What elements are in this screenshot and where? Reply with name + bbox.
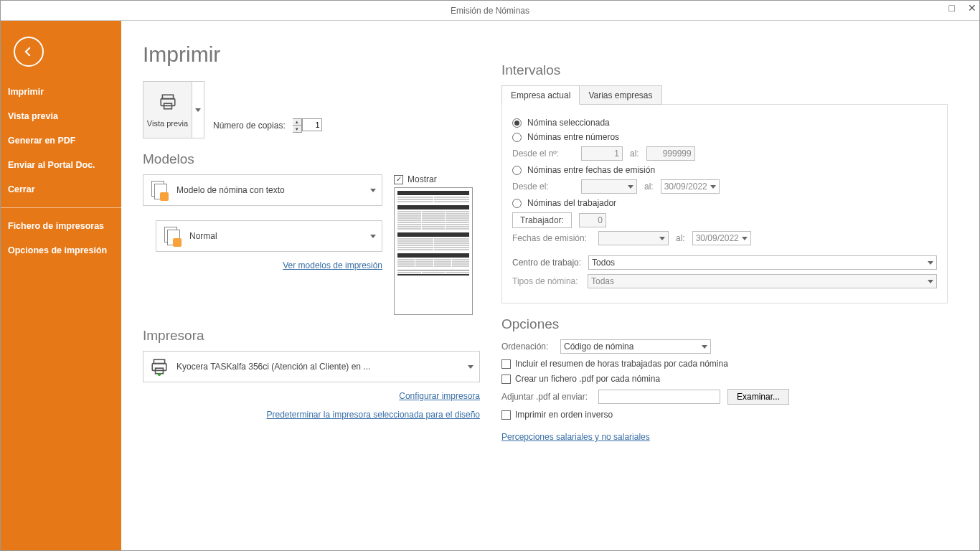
chk-pdf[interactable] xyxy=(501,375,511,384)
svg-point-6 xyxy=(158,373,161,376)
spin-down-icon[interactable]: ▼ xyxy=(293,126,301,132)
num-copias-input[interactable] xyxy=(302,118,322,131)
printer-dropdown[interactable]: Kyocera TASKalfa 356ci (Atención al Clie… xyxy=(143,351,480,382)
mostrar-checkbox[interactable] xyxy=(394,175,403,184)
chevron-down-icon xyxy=(370,235,376,238)
trabajador-button[interactable]: Trabajador: xyxy=(512,212,572,228)
hasta-n-input[interactable] xyxy=(646,146,695,161)
chevron-down-icon xyxy=(742,237,748,240)
back-button[interactable] xyxy=(14,37,44,67)
ordenacion-dropdown[interactable]: Código de nómina xyxy=(560,339,711,354)
nav-opciones-impresion[interactable]: Opciones de impresión xyxy=(1,238,121,263)
chk-inverso[interactable] xyxy=(501,410,511,420)
chk-resumen[interactable] xyxy=(501,359,511,369)
section-modelos: Modelos xyxy=(143,151,480,167)
radio-num-label: Nóminas entre números xyxy=(527,132,619,142)
fecha-emision-hasta-dropdown[interactable]: 30/09/2022 xyxy=(692,231,751,245)
vista-previa-button[interactable]: Vista previa xyxy=(143,82,192,138)
desde-n-input[interactable] xyxy=(581,146,623,161)
document-icon xyxy=(162,226,182,246)
preview-thumbnail xyxy=(394,187,473,315)
radio-fechas-label: Nóminas entre fechas de emisión xyxy=(527,165,655,175)
radio-entre-numeros[interactable] xyxy=(512,133,522,142)
tab-varias-empresas[interactable]: Varias empresas xyxy=(580,85,661,105)
chevron-down-icon xyxy=(702,345,707,349)
predeterminar-link[interactable]: Predeterminar la impresora seleccionada … xyxy=(143,410,480,420)
printer-value: Kyocera TASKalfa 356ci (Atención al Clie… xyxy=(176,362,473,372)
centro-label: Centro de trabajo: xyxy=(512,258,581,268)
nav-generar-pdf[interactable]: Generar en PDF xyxy=(1,128,121,153)
vista-previa-label: Vista previa xyxy=(147,119,188,128)
nav-vista-previa[interactable]: Vista previa xyxy=(1,104,121,128)
document-icon xyxy=(149,180,169,200)
trabajador-input[interactable] xyxy=(579,213,606,227)
nav-separator xyxy=(1,207,121,208)
chevron-down-icon xyxy=(710,185,716,189)
section-intervalos: Intervalos xyxy=(501,62,948,78)
nav-enviar-portal[interactable]: Enviar al Portal Doc. xyxy=(1,153,121,177)
chevron-down-icon xyxy=(928,280,933,283)
al-label: al: xyxy=(630,149,639,159)
chk-pdf-label: Crear un fichero .pdf por cada nómina xyxy=(515,374,660,384)
tipos-nomina-dropdown[interactable]: Todas xyxy=(588,274,937,288)
configurar-impresora-link[interactable]: Configurar impresora xyxy=(143,391,480,401)
tab-empresa-actual[interactable]: Empresa actual xyxy=(501,85,580,105)
nav-cerrar[interactable]: Cerrar xyxy=(1,177,121,202)
submodelo-dropdown[interactable]: Normal xyxy=(156,220,382,252)
ver-modelos-link[interactable]: Ver modelos de impresión xyxy=(143,260,382,270)
radio-entre-fechas[interactable] xyxy=(512,166,522,175)
al-label-2: al: xyxy=(644,182,654,192)
page-title: Imprimir xyxy=(143,42,480,67)
vista-previa-dropdown[interactable] xyxy=(192,82,204,138)
fecha-hasta-dropdown[interactable]: 30/09/2022 xyxy=(661,179,720,194)
intervalos-tabs: Empresa actual Varias empresas xyxy=(501,85,948,104)
num-copias-label: Número de copias: xyxy=(213,121,286,131)
chevron-down-icon xyxy=(370,189,376,192)
chevron-down-icon xyxy=(928,261,933,265)
sidebar: Imprimir Vista previa Generar en PDF Env… xyxy=(1,21,121,550)
svg-rect-4 xyxy=(152,364,166,371)
nav-imprimir[interactable]: Imprimir xyxy=(1,80,121,104)
percepciones-link[interactable]: Percepciones salariales y no salariales xyxy=(501,432,650,442)
radio-sel-label: Nómina seleccionada xyxy=(527,118,610,128)
printer-icon xyxy=(159,93,177,116)
chevron-down-icon xyxy=(468,365,473,369)
vista-previa-splitbutton: Vista previa xyxy=(143,81,204,138)
chevron-down-icon xyxy=(195,108,201,112)
fecha-emision-desde-dropdown[interactable] xyxy=(598,231,669,245)
radio-nomina-seleccionada[interactable] xyxy=(512,118,522,128)
desde-el-label: Desde el: xyxy=(512,182,574,192)
fechas-emision-label: Fechas de emisión: xyxy=(512,233,591,243)
adjuntar-label: Adjuntar .pdf al enviar: xyxy=(501,392,591,402)
examinar-button[interactable]: Examinar... xyxy=(727,389,789,405)
mostrar-label: Mostrar xyxy=(407,174,437,184)
adjuntar-input[interactable] xyxy=(598,390,720,404)
num-copias-stepper[interactable]: ▲ ▼ xyxy=(293,118,322,133)
orden-label: Ordenación: xyxy=(501,342,553,352)
maximize-icon[interactable]: □ xyxy=(949,2,955,14)
spin-up-icon[interactable]: ▲ xyxy=(293,119,301,126)
printer-icon xyxy=(149,357,169,377)
svg-rect-3 xyxy=(154,359,164,363)
radio-trab-label: Nóminas del trabajador xyxy=(527,198,616,208)
al-label-3: al: xyxy=(676,233,685,243)
titlebar: Emisión de Nóminas □ ✕ xyxy=(1,1,979,21)
chk-inverso-label: Imprimir en orden inverso xyxy=(515,410,613,420)
section-opciones: Opciones xyxy=(501,316,948,332)
fecha-desde-dropdown[interactable] xyxy=(581,179,637,194)
modelo-dropdown[interactable]: Modelo de nómina con texto xyxy=(143,174,382,206)
desde-n-label: Desde el nº: xyxy=(512,149,574,159)
close-icon[interactable]: ✕ xyxy=(968,2,976,14)
radio-trabajador[interactable] xyxy=(512,199,522,208)
nav-fichero-impresoras[interactable]: Fichero de impresoras xyxy=(1,214,121,238)
modelo-value: Modelo de nómina con texto xyxy=(176,185,376,195)
chk-resumen-label: Incluir el resumen de horas trabajadas p… xyxy=(515,359,728,369)
section-impresora: Impresora xyxy=(143,328,480,344)
submodelo-value: Normal xyxy=(189,231,376,241)
window-title: Emisión de Nóminas xyxy=(451,6,529,16)
centro-trabajo-dropdown[interactable]: Todos xyxy=(588,255,937,270)
svg-rect-1 xyxy=(161,98,175,105)
chevron-down-icon xyxy=(628,185,633,189)
chevron-down-icon xyxy=(659,237,665,240)
tipos-label: Tipos de nómina: xyxy=(512,276,580,286)
